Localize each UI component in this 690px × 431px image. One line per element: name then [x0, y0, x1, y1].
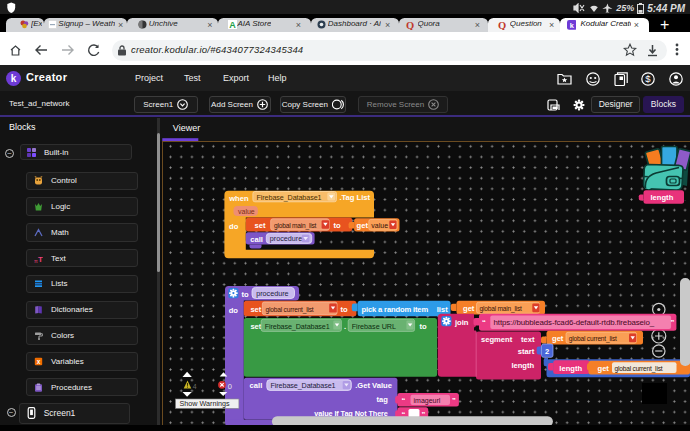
svg-text:set: set [250, 322, 261, 331]
svg-text:Firebase_Database1: Firebase_Database1 [271, 381, 336, 390]
svg-text:do: do [229, 222, 239, 231]
svg-text:pick a random item: pick a random item [362, 305, 429, 314]
svg-text:.Get Value: .Get Value [355, 381, 392, 390]
svg-text:Show Warnings: Show Warnings [180, 399, 230, 408]
svg-text:get: get [552, 334, 564, 343]
svg-text:global main_list: global main_list [480, 305, 523, 313]
svg-text:segment: segment [481, 335, 513, 344]
svg-text:imageurl: imageurl [414, 397, 441, 405]
svg-text:A: A [229, 20, 236, 29]
svg-text:value: value [371, 222, 388, 229]
svg-text:“: “ [402, 396, 406, 405]
svg-text:.: . [344, 322, 346, 331]
svg-text:length: length [511, 361, 534, 370]
svg-text:Firebase_Database1: Firebase_Database1 [257, 193, 322, 202]
svg-text:”: ” [671, 318, 675, 327]
svg-text:to: to [334, 221, 342, 230]
svg-text:value: value [238, 208, 255, 215]
svg-text:.Tag List: .Tag List [339, 193, 370, 202]
svg-text:Viewer: Viewer [173, 123, 200, 133]
svg-text:join: join [454, 318, 469, 327]
svg-text:x: x [37, 358, 41, 365]
svg-text:to: to [242, 290, 250, 299]
svg-text:π: π [34, 257, 38, 263]
svg-text:Q: Q [498, 20, 506, 30]
svg-text:Firebase_Database1: Firebase_Database1 [265, 322, 330, 331]
svg-text:4: 4 [193, 383, 197, 390]
svg-text:procedure: procedure [256, 289, 288, 298]
svg-text:global main_list: global main_list [274, 222, 317, 230]
svg-text:call: call [250, 235, 263, 244]
svg-text:get: get [463, 304, 475, 313]
svg-text:global current_list: global current_list [615, 365, 663, 373]
svg-text:Q: Q [406, 20, 414, 30]
svg-text:Firebase URL: Firebase URL [352, 322, 396, 331]
svg-text:”: ” [452, 396, 456, 405]
svg-text:T: T [38, 255, 43, 263]
svg-text:tag: tag [376, 395, 388, 404]
svg-text:$: $ [645, 73, 651, 84]
svg-text:https://bubbleads-fcad6-defaul: https://bubbleads-fcad6-default-rtdb.fir… [494, 318, 655, 327]
svg-text:global current_list: global current_list [569, 335, 617, 343]
svg-text:text: text [521, 335, 535, 344]
svg-text:set: set [255, 221, 266, 230]
svg-text:procedure: procedure [270, 234, 302, 243]
svg-text:get: get [598, 364, 610, 373]
svg-text:to: to [341, 305, 349, 314]
svg-text:start: start [518, 347, 535, 356]
svg-text:get: get [357, 221, 369, 230]
svg-text:2: 2 [545, 347, 549, 356]
svg-text:call: call [250, 381, 263, 390]
svg-text:when: when [228, 194, 249, 203]
svg-text:do: do [229, 306, 239, 315]
svg-text:list: list [437, 305, 448, 314]
svg-text:length: length [651, 193, 674, 202]
svg-text:to: to [420, 322, 428, 331]
svg-text:set: set [250, 305, 261, 314]
svg-text:0: 0 [228, 382, 232, 391]
svg-text:length: length [559, 364, 582, 373]
svg-text:“: “ [482, 318, 486, 327]
svg-text:global current_list: global current_list [266, 306, 314, 314]
